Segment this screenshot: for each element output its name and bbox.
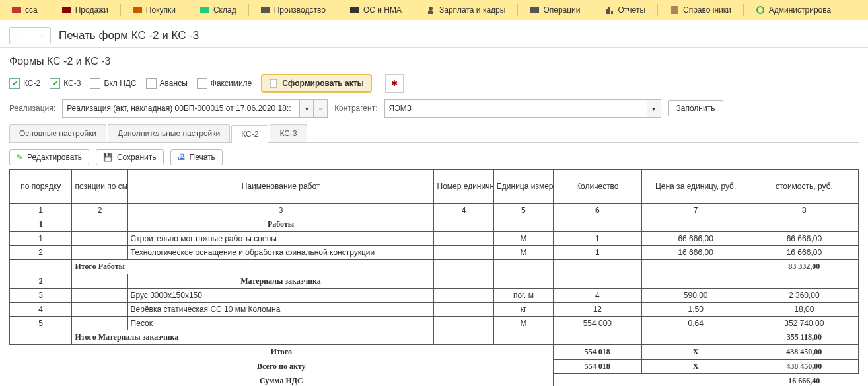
realization-label: Реализация:	[9, 104, 55, 113]
chevron-down-icon: ▾	[305, 105, 308, 112]
nav-operations[interactable]: Операции	[522, 3, 588, 17]
tab-ks2[interactable]: КС-2	[231, 125, 268, 143]
svg-rect-1	[62, 7, 71, 13]
edit-button[interactable]: ✎Редактировать	[9, 149, 89, 165]
svg-rect-7	[428, 11, 433, 14]
col-unit: Единица измерения	[493, 170, 553, 204]
col-name: Наименование работ	[127, 170, 434, 204]
col-qty: Количество	[554, 170, 641, 204]
col-order: по порядку	[10, 170, 72, 204]
nav-sales[interactable]: Продажи	[54, 3, 116, 17]
check-vat[interactable]: ✔Вкл НДС	[90, 78, 136, 89]
check-ks3[interactable]: ✔КС-3	[50, 78, 81, 89]
table-numrow: 12345678	[10, 204, 859, 217]
check-faksimile[interactable]: ✔Факсимиле	[197, 78, 252, 89]
sales-icon	[62, 5, 71, 15]
forward-button[interactable]: →	[30, 27, 51, 44]
printer-icon: 🖶	[178, 153, 186, 162]
svg-point-6	[429, 7, 433, 11]
check-icon: ✔	[9, 78, 20, 89]
save-button[interactable]: 💾Сохранить	[96, 149, 164, 165]
col-sum: стоимость, руб.	[750, 170, 858, 204]
table-row[interactable]: 1 Строительно монтажные работы сцены М1 …	[10, 232, 859, 246]
ks2-table: по порядку позиции по смете Наименование…	[9, 169, 859, 386]
tab-extra-settings[interactable]: Дополнительные настройки	[108, 124, 230, 142]
back-button[interactable]: ←	[9, 27, 30, 44]
open-icon: ▫	[319, 105, 322, 112]
counterparty-label: Контрагент:	[334, 104, 377, 113]
section-row: 2 Материалы заказчика	[10, 274, 859, 289]
svg-rect-0	[12, 7, 21, 13]
toolbar: ✎Редактировать 💾Сохранить 🖶Печать	[9, 149, 859, 165]
svg-point-13	[757, 7, 764, 13]
floppy-icon: 💾	[103, 153, 113, 162]
settings-button[interactable]: ✱	[385, 74, 404, 93]
svg-rect-2	[133, 7, 142, 13]
nav-reports[interactable]: Отчеты	[597, 3, 653, 17]
chevron-down-icon: ▾	[652, 105, 655, 112]
dropdown-button[interactable]: ▾	[300, 99, 314, 118]
table-row[interactable]: 5 Песок М554 000 0,64352 740,00	[10, 317, 859, 330]
col-price: Цена за единицу, руб.	[641, 170, 750, 204]
nav-kassa[interactable]: сса	[4, 3, 46, 17]
footer-itogo: Итого 554 018 X 438 450,00	[10, 345, 859, 360]
sub-header: ← → Печать форм КС -2 и КС -3	[0, 20, 868, 48]
tab-main-settings[interactable]: Основные настройки	[9, 124, 106, 142]
arrow-right-icon: →	[36, 31, 44, 40]
person-icon	[426, 5, 435, 15]
chart-icon	[605, 5, 614, 15]
asterisk-icon: ✱	[391, 79, 398, 88]
wallet-icon	[12, 5, 21, 15]
open-button[interactable]: ▫	[314, 99, 328, 118]
cart-icon	[133, 5, 142, 15]
nav-warehouse[interactable]: Склад	[192, 3, 244, 17]
table-row[interactable]: 2 Технологическое оснащение и обработка …	[10, 246, 859, 260]
check-icon: ✔	[50, 78, 60, 89]
nav-purchases[interactable]: Покупки	[125, 3, 184, 17]
check-ks2[interactable]: ✔КС-2	[9, 78, 40, 89]
nav-payroll[interactable]: Зарплата и кадры	[418, 3, 513, 17]
gear-icon	[756, 5, 765, 15]
footer-nds: Сумма НДС 16 666,40	[10, 374, 859, 387]
production-icon	[261, 5, 270, 15]
svg-rect-8	[530, 7, 539, 13]
table-row[interactable]: 3 Брус 3000x150x150 пог. м4 590,002 360,…	[10, 289, 859, 303]
subtitle: Формы КС -2 и КС -3	[9, 56, 859, 67]
subtotal-row: Итого Материалы заказчика 355 118,00	[10, 330, 859, 345]
section-row: 1 Работы	[10, 217, 859, 232]
ops-icon	[530, 5, 539, 15]
svg-rect-12	[671, 6, 678, 14]
table-row[interactable]: 4 Верёвка статическая СС 10 мм Коломна к…	[10, 303, 859, 317]
fill-button[interactable]: Заполнить	[668, 100, 724, 116]
footer-vsego: Всего по акту 554 018 X 438 450,00	[10, 360, 859, 374]
check-icon: ✔	[90, 78, 100, 89]
page-title: Печать форм КС -2 и КС -3	[59, 29, 199, 42]
check-icon: ✔	[146, 78, 157, 89]
nav-refs[interactable]: Справочники	[662, 3, 739, 17]
svg-rect-3	[200, 7, 209, 13]
generate-acts-button[interactable]: Сформировать акты	[261, 74, 372, 93]
tabs: Основные настройки Дополнительные настро…	[9, 124, 859, 143]
counterparty-field[interactable]: ЯЭМЗ	[384, 99, 647, 118]
col-rate-no: Номер единичной расценки	[434, 170, 493, 204]
nav-production[interactable]: Производство	[253, 3, 334, 17]
check-avansy[interactable]: ✔Авансы	[146, 78, 188, 89]
dropdown-button[interactable]: ▾	[647, 99, 661, 118]
truck-icon	[350, 5, 359, 15]
top-nav: сса Продажи Покупки Склад Производство О…	[0, 0, 868, 20]
pencil-icon: ✎	[17, 153, 23, 162]
check-icon: ✔	[197, 78, 207, 89]
selection-row: Реализация: Реализация (акт, накладная) …	[9, 99, 859, 118]
arrow-left-icon: ←	[16, 31, 24, 40]
print-button[interactable]: 🖶Печать	[170, 149, 223, 165]
nav-admin[interactable]: Администрирова	[748, 3, 839, 17]
options-row: ✔КС-2 ✔КС-3 ✔Вкл НДС ✔Авансы ✔Факсимиле …	[9, 74, 859, 93]
realization-field[interactable]: Реализация (акт, накладная) 00БП-000015 …	[62, 99, 300, 118]
nav-os-nma[interactable]: ОС и НМА	[342, 3, 410, 17]
svg-rect-9	[606, 9, 608, 14]
svg-rect-11	[611, 11, 613, 14]
col-pos: позиции по смете	[72, 170, 127, 204]
tab-ks3[interactable]: КС-3	[270, 124, 307, 142]
warehouse-icon	[200, 5, 209, 15]
subtotal-row: Итого Работы 83 332,00	[10, 260, 859, 274]
